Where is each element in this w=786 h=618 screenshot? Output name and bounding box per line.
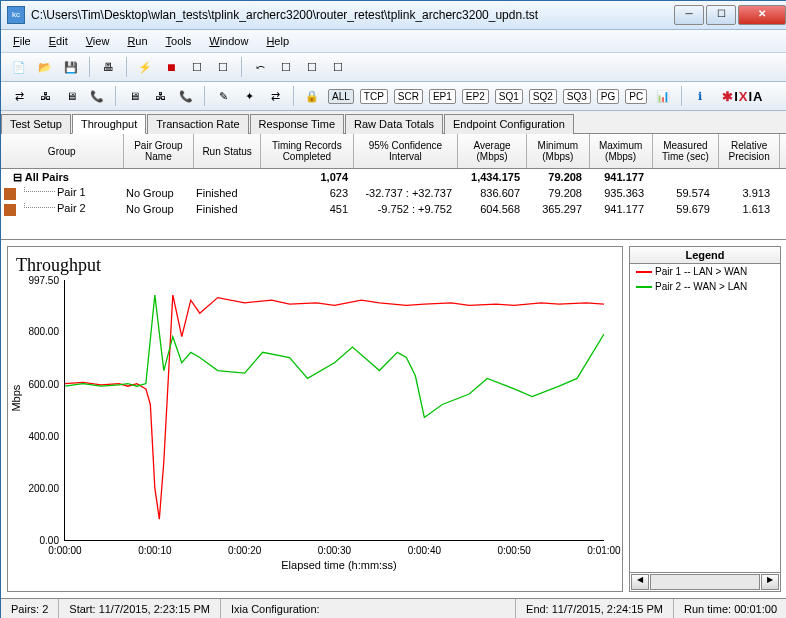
- maximize-button[interactable]: ☐: [706, 5, 736, 25]
- total-min: 79.208: [523, 171, 585, 183]
- ixia-logo: ✱IXIA: [722, 89, 763, 104]
- col-pgname[interactable]: Pair Group Name: [124, 134, 195, 168]
- tab-bar: Test Setup Throughput Transaction Rate R…: [1, 111, 786, 134]
- legend-title: Legend: [630, 247, 780, 264]
- save-icon[interactable]: 💾: [61, 57, 81, 77]
- tool-icon[interactable]: ☐: [328, 57, 348, 77]
- status-end: End: 11/7/2015, 2:24:15 PM: [516, 599, 674, 618]
- run-icon[interactable]: ⚡: [135, 57, 155, 77]
- lock-icon[interactable]: 🔒: [302, 86, 322, 106]
- menu-help[interactable]: Help: [266, 35, 289, 47]
- table-row[interactable]: Pair 2 No Group Finished 451 -9.752 : +9…: [1, 201, 786, 217]
- total-timing: 1,074: [259, 171, 351, 183]
- tab-testsetup[interactable]: Test Setup: [1, 114, 71, 134]
- filter-scr[interactable]: SCR: [394, 89, 423, 104]
- tab-responsetime[interactable]: Response Time: [250, 114, 344, 134]
- toolbar-main: 📄 📂 💾 🖶 ⚡ ⏹ ☐ ☐ ⤺ ☐ ☐ ☐: [1, 53, 786, 82]
- filter-ep2[interactable]: EP2: [462, 89, 489, 104]
- legend-item[interactable]: Pair 1 -- LAN > WAN: [630, 264, 780, 279]
- menu-tools[interactable]: Tools: [166, 35, 192, 47]
- col-group[interactable]: Group: [1, 134, 124, 168]
- endpoint-icon[interactable]: 🖧: [150, 86, 170, 106]
- total-label: All Pairs: [25, 171, 69, 183]
- menu-edit[interactable]: Edit: [49, 35, 68, 47]
- tool-icon[interactable]: ☐: [213, 57, 233, 77]
- x-axis-label: Elapsed time (h:mm:ss): [64, 559, 614, 571]
- endpoint-icon[interactable]: 🖥: [61, 86, 81, 106]
- group-icon[interactable]: 🖧: [35, 86, 55, 106]
- legend-scrollbar: ◀ ▶: [630, 572, 780, 591]
- filter-sq1[interactable]: SQ1: [495, 89, 523, 104]
- col-meas[interactable]: Measured Time (sec): [653, 134, 720, 168]
- col-spacer: [780, 134, 786, 168]
- edit-icon[interactable]: ✎: [213, 86, 233, 106]
- tool-icon[interactable]: ⤺: [250, 57, 270, 77]
- minimize-button[interactable]: ─: [674, 5, 704, 25]
- filter-pc[interactable]: PC: [625, 89, 647, 104]
- filter-all[interactable]: ALL: [328, 89, 354, 104]
- tab-throughput[interactable]: Throughput: [72, 114, 146, 134]
- filter-tcp[interactable]: TCP: [360, 89, 388, 104]
- chart-area: Throughput Mbps 0.00200.00400.00600.0080…: [1, 240, 786, 598]
- filter-ep1[interactable]: EP1: [429, 89, 456, 104]
- col-runstatus[interactable]: Run Status: [194, 134, 261, 168]
- chart-icon[interactable]: 📊: [653, 86, 673, 106]
- legend-color-icon: [636, 286, 652, 288]
- filter-sq2[interactable]: SQ2: [529, 89, 557, 104]
- col-conf[interactable]: 95% Confidence Interval: [354, 134, 459, 168]
- menu-view[interactable]: View: [86, 35, 110, 47]
- status-pairs: Pairs: 2: [1, 599, 59, 618]
- tab-transactionrate[interactable]: Transaction Rate: [147, 114, 248, 134]
- chart-panel: Throughput Mbps 0.00200.00400.00600.0080…: [7, 246, 623, 592]
- y-tick-labels: 0.00200.00400.00600.00800.00997.50: [19, 280, 61, 540]
- info-icon[interactable]: ℹ: [690, 86, 710, 106]
- table-row-total[interactable]: ⊟ All Pairs 1,074 1,434.175 79.208 941.1…: [1, 169, 786, 185]
- filter-pg[interactable]: PG: [597, 89, 619, 104]
- scroll-left-icon[interactable]: ◀: [631, 574, 649, 590]
- legend-panel: Legend Pair 1 -- LAN > WAN Pair 2 -- WAN…: [629, 246, 781, 592]
- chart-title: Throughput: [16, 255, 614, 276]
- col-rel[interactable]: Relative Precision: [719, 134, 780, 168]
- content-area: Group Pair Group Name Run Status Timing …: [1, 134, 786, 598]
- menu-file[interactable]: File: [13, 35, 31, 47]
- chart-lines: [65, 280, 604, 540]
- plot-area[interactable]: 0.00200.00400.00600.00800.00997.50 0:00:…: [64, 280, 604, 541]
- app-window: kc C:\Users\Tim\Desktop\wlan_tests\tplin…: [0, 0, 786, 618]
- tool-icon[interactable]: ☐: [276, 57, 296, 77]
- scroll-track[interactable]: [650, 574, 760, 590]
- legend-item[interactable]: Pair 2 -- WAN > LAN: [630, 279, 780, 294]
- grid-body[interactable]: ⊟ All Pairs 1,074 1,434.175 79.208 941.1…: [1, 169, 786, 240]
- status-runtime: Run time: 00:01:00: [674, 599, 786, 618]
- voip-icon[interactable]: 📞: [176, 86, 196, 106]
- menu-window[interactable]: Window: [209, 35, 248, 47]
- scroll-right-icon[interactable]: ▶: [761, 574, 779, 590]
- print-icon[interactable]: 🖶: [98, 57, 118, 77]
- close-button[interactable]: ✕: [738, 5, 786, 25]
- table-row[interactable]: Pair 1 No Group Finished 623 -32.737 : +…: [1, 185, 786, 201]
- statusbar: Pairs: 2 Start: 11/7/2015, 2:23:15 PM Ix…: [1, 598, 786, 618]
- status-ixia: Ixia Configuration:: [221, 599, 516, 618]
- new-icon[interactable]: 📄: [9, 57, 29, 77]
- tool-icon[interactable]: ☐: [302, 57, 322, 77]
- col-timing[interactable]: Timing Records Completed: [261, 134, 354, 168]
- pair-icon: [4, 204, 16, 216]
- tool-icon[interactable]: ✦: [239, 86, 259, 106]
- pair-icon: [4, 188, 16, 200]
- tool-icon[interactable]: ☐: [187, 57, 207, 77]
- open-icon[interactable]: 📂: [35, 57, 55, 77]
- voip-icon[interactable]: 📞: [87, 86, 107, 106]
- menu-run[interactable]: Run: [127, 35, 147, 47]
- stop-icon[interactable]: ⏹: [161, 57, 181, 77]
- tab-rawdata[interactable]: Raw Data Totals: [345, 114, 443, 134]
- tool-icon[interactable]: ⇄: [265, 86, 285, 106]
- col-max[interactable]: Maximum (Mbps): [590, 134, 653, 168]
- titlebar: kc C:\Users\Tim\Desktop\wlan_tests\tplin…: [1, 1, 786, 30]
- endpoint-icon[interactable]: 🖥: [124, 86, 144, 106]
- tab-endpoint[interactable]: Endpoint Configuration: [444, 114, 574, 134]
- legend-color-icon: [636, 271, 652, 273]
- col-min[interactable]: Minimum (Mbps): [527, 134, 590, 168]
- filter-sq3[interactable]: SQ3: [563, 89, 591, 104]
- col-avg[interactable]: Average (Mbps): [458, 134, 527, 168]
- toolbar-filters: ⇄ 🖧 🖥 📞 🖥 🖧 📞 ✎ ✦ ⇄ 🔒 ALL TCP SCR EP1 EP…: [1, 82, 786, 111]
- pairs-icon[interactable]: ⇄: [9, 86, 29, 106]
